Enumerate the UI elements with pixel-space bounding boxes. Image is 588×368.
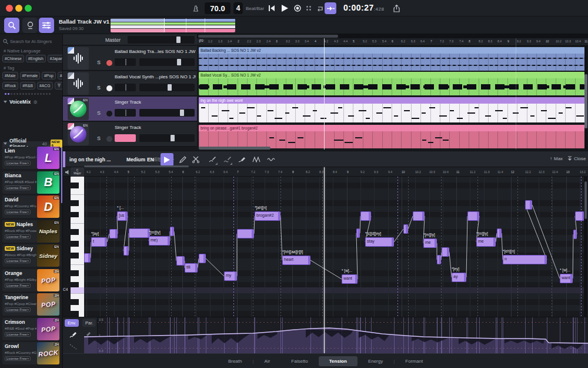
page-dot[interactable] [16, 93, 18, 95]
piano-roll-note[interactable] [109, 229, 118, 238]
piano-roll-note[interactable]: till [185, 263, 198, 273]
track-icon-tile[interactable] [68, 47, 89, 69]
page-dot[interactable] [14, 93, 15, 95]
page-dot[interactable] [43, 93, 45, 95]
piano-roll-note[interactable] [497, 228, 502, 238]
piano-roll-note[interactable]: t [91, 237, 107, 247]
page-dot[interactable] [28, 93, 30, 95]
lyric-language-selector[interactable]: EN [147, 157, 154, 163]
pan-slider[interactable] [115, 58, 136, 66]
singer-card[interactable]: Bianca#Pop #R&B #Soul #...License Free>B… [2, 171, 61, 194]
piano-roll-note[interactable] [467, 211, 479, 221]
tempo-value[interactable]: 70.0 [205, 2, 230, 14]
loop-icon[interactable] [314, 2, 326, 14]
black-key[interactable] [71, 299, 79, 305]
piano-roll-note[interactable] [413, 211, 425, 221]
piano-roll-note[interactable]: ay [452, 273, 466, 282]
key-signature-box[interactable]: C Major [71, 167, 84, 177]
tag-filter-chip[interactable]: #ACG [37, 82, 53, 89]
license-badge[interactable]: License Free> [5, 210, 31, 214]
volume-slider[interactable] [139, 84, 195, 91]
page-dot[interactable] [40, 93, 42, 95]
page-dot[interactable] [22, 93, 24, 95]
volume-slider[interactable] [139, 134, 195, 142]
arrangement-clip[interactable]: Ballad Backing ... SOS NO 1 JW v2 [199, 47, 586, 71]
maximize-editor-button[interactable]: ↑Max [550, 156, 563, 161]
page-dot[interactable] [11, 93, 12, 95]
record-arm-button[interactable] [106, 111, 112, 117]
param-tab-air[interactable]: Air [254, 356, 281, 366]
voicemix-section-header[interactable]: VoiceMix 0 [4, 99, 38, 105]
track-icon-tile[interactable]: EN [68, 123, 89, 145]
play-button[interactable] [279, 2, 290, 14]
singer-card[interactable]: Crimson#R&B #Soul #Pop #...License Free>… [2, 318, 61, 340]
piano-keyboard[interactable] [71, 177, 84, 317]
piano-roll-note[interactable]: want [342, 274, 358, 284]
project-title[interactable]: Ballad Track JW v1 [59, 18, 109, 25]
black-key[interactable] [71, 270, 79, 276]
close-editor-button[interactable]: Close [567, 156, 586, 161]
license-badge[interactable]: License Free> [5, 356, 31, 361]
beats-per-bar-value[interactable]: 4 [233, 2, 243, 14]
goto-playhead-button[interactable] [325, 2, 336, 14]
track-row[interactable]: ENSSinger Track [63, 122, 197, 147]
tag-filter-chip[interactable]: #Pop [42, 72, 56, 79]
tag-filter-chip[interactable]: #R&B [20, 82, 35, 89]
param-tab-tension[interactable]: Tension [319, 356, 358, 366]
piano-roll-note[interactable] [442, 247, 449, 257]
track-name[interactable]: Singer Track [115, 125, 196, 130]
minimap-viewport[interactable] [111, 18, 165, 32]
tag-filter-chip[interactable]: #Jpop [58, 72, 63, 79]
piano-roll-note[interactable]: me) [149, 236, 170, 246]
track-icon-tile[interactable] [68, 72, 89, 95]
piano-roll-note[interactable] [199, 254, 206, 263]
piano-roll-note[interactable]: my [224, 271, 237, 281]
piano-roll-note[interactable] [403, 224, 408, 234]
solo-button[interactable]: S [97, 59, 101, 65]
piano-roll-note[interactable]: [us [117, 211, 128, 221]
artist-panel-button[interactable] [22, 18, 38, 33]
timeline-vertical-scrollbar[interactable] [584, 46, 587, 150]
piano-roll-vertical-scrollbar[interactable] [584, 177, 587, 317]
arrangement-clip[interactable]: bring on please...gan#1 brogan#2 [199, 125, 586, 148]
language-filter-chip[interactable]: #Japanese [48, 55, 63, 62]
piano-roll-note[interactable] [170, 227, 174, 236]
pitch-pen-tool-button[interactable] [206, 153, 219, 166]
param-tab-falsetto[interactable]: Falsetto [280, 356, 318, 366]
singer-card[interactable]: Tangerine#Pop #Cpop #Clear...License Fre… [2, 293, 61, 316]
singer-card[interactable]: David#Pop #Country #Fo...License Free>DE… [2, 195, 61, 218]
pan-slider[interactable] [115, 109, 136, 117]
license-badge[interactable]: License Free> [5, 332, 31, 337]
piano-roll-note[interactable]: me [476, 237, 496, 247]
parameter-tab[interactable]: Par. [82, 319, 96, 327]
license-badge[interactable]: License Free> [5, 234, 31, 239]
record-arm-button[interactable] [106, 136, 112, 142]
singer-search-button[interactable] [4, 18, 19, 33]
track-row[interactable]: SBallad Vocal Synth ...ples SOS NO 1 JW … [63, 71, 197, 96]
timeline-ruler[interactable]: 70 11.21.31.422.22.32.433.23.33.444.24.3… [197, 38, 588, 46]
piano-roll-playhead[interactable] [324, 167, 325, 353]
window-close-button[interactable] [6, 5, 13, 12]
envelope-tab[interactable]: Env. [65, 319, 79, 327]
arrangement-clip[interactable]: ing on the nigh owe wont [199, 97, 586, 122]
param-pen-tool[interactable] [68, 330, 78, 340]
language-filter-chip[interactable]: #English [26, 55, 46, 62]
highlighted-c4-key[interactable] [71, 287, 84, 293]
page-dot[interactable] [31, 93, 33, 95]
solo-button[interactable]: S [97, 85, 101, 91]
page-dot[interactable] [25, 93, 27, 95]
pan-slider[interactable] [115, 84, 136, 91]
license-badge[interactable]: License Free> [5, 161, 31, 165]
black-key[interactable] [71, 200, 79, 206]
piano-roll-note[interactable]: stay [365, 237, 394, 247]
record-button[interactable] [292, 2, 303, 14]
singer-search-field[interactable]: Search for AI-Singers [3, 37, 60, 46]
timeline-playhead[interactable] [324, 38, 325, 150]
piano-roll-note[interactable]: me [423, 238, 437, 248]
render-quality-selector[interactable]: Medium [126, 157, 145, 163]
arrangement-minimap[interactable] [111, 18, 235, 32]
black-key[interactable] [71, 212, 79, 218]
timeline-bottom-scrollbar[interactable] [199, 147, 270, 150]
tag-filter-chip[interactable]: #Male [2, 72, 18, 79]
arrangement-clip[interactable]: Ballad Vocal Sy... SOS NO 1 JW v2 [199, 72, 586, 95]
